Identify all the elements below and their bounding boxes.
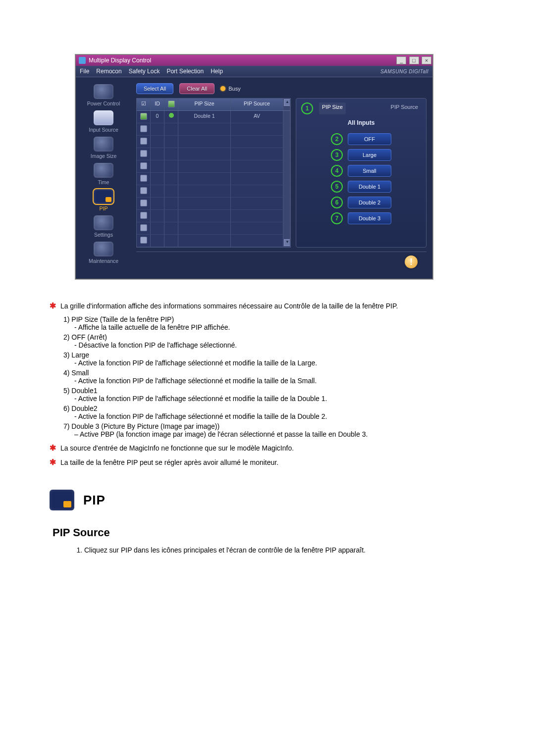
subsection-title: PIP Source <box>53 526 485 539</box>
item-desc: - Désactive la fonction PIP de l'afficha… <box>74 341 485 349</box>
option-off-button[interactable]: OFF <box>348 133 391 145</box>
row-checkbox[interactable] <box>140 224 147 231</box>
step-1: Cliquez sur PIP dans les icônes principa… <box>84 546 485 554</box>
minimize-button[interactable]: _ <box>396 56 406 64</box>
row-status-icon <box>169 113 174 118</box>
menu-remocon[interactable]: Remocon <box>96 68 121 75</box>
sidebar-item-time[interactable]: Time <box>80 163 127 185</box>
app-icon <box>79 57 86 64</box>
col-pip-source[interactable]: PIP Source <box>231 99 283 110</box>
table-row[interactable]: ▼ <box>137 235 290 247</box>
busy-dot-icon <box>220 86 225 91</box>
scroll-up-button[interactable]: ▲ <box>284 99 290 106</box>
scroll-down-button[interactable]: ▼ <box>284 239 290 246</box>
callout-5: 5 <box>331 181 343 193</box>
sidebar-item-pip[interactable]: PIP <box>80 189 127 211</box>
callout-3: 3 <box>331 149 343 161</box>
sidebar-item-power-control[interactable]: Power Control <box>80 84 127 106</box>
table-row[interactable] <box>137 185 290 198</box>
table-row[interactable] <box>137 210 290 222</box>
time-icon <box>94 163 113 178</box>
item-label: OFF (Arrêt) <box>71 333 107 341</box>
menu-file[interactable]: File <box>80 68 89 75</box>
item-num: 4) <box>63 369 69 377</box>
row-checkbox[interactable] <box>140 162 147 169</box>
sidebar-item-input-source[interactable]: Input Source <box>80 110 127 133</box>
tab-pip-size[interactable]: PIP Size <box>319 102 346 114</box>
section-title: PIP <box>83 493 106 508</box>
col-pip-size[interactable]: PIP Size <box>178 99 231 110</box>
note-1: La source d'entrée de MagicInfo ne fonct… <box>60 444 294 452</box>
row-checkbox[interactable] <box>140 175 147 182</box>
item-num: 3) <box>63 351 69 359</box>
maximize-button[interactable]: □ <box>409 56 419 64</box>
star-icon: ✱ <box>50 301 58 310</box>
menu-safety-lock[interactable]: Safety Lock <box>129 68 160 75</box>
table-row[interactable] <box>137 123 290 136</box>
item-desc: – Active PBP (la fonction image par imag… <box>74 430 485 438</box>
option-small-button[interactable]: Small <box>348 165 391 177</box>
close-button[interactable]: × <box>422 56 431 64</box>
item-num: 1) <box>63 315 69 323</box>
option-double3-button[interactable]: Double 3 <box>348 212 391 224</box>
table-row[interactable] <box>137 173 290 185</box>
intro-text: La grille d'information affiche des info… <box>60 302 398 310</box>
row-checkbox[interactable] <box>140 200 147 206</box>
callout-2: 2 <box>331 133 343 145</box>
option-large-button[interactable]: Large <box>348 149 391 161</box>
option-double1-button[interactable]: Double 1 <box>348 181 391 193</box>
col-chk[interactable]: ☑ <box>137 99 151 110</box>
row-checkbox[interactable] <box>140 113 147 120</box>
table-row[interactable] <box>137 222 290 235</box>
sidebar-item-label: Settings <box>94 232 113 238</box>
row-checkbox[interactable] <box>140 187 147 194</box>
menu-port-selection[interactable]: Port Selection <box>166 68 204 75</box>
sidebar-item-settings[interactable]: Settings <box>80 215 127 238</box>
item-num: 5) <box>63 387 69 395</box>
row-checkbox[interactable] <box>140 150 147 157</box>
row-checkbox[interactable] <box>140 125 147 132</box>
table-row[interactable] <box>137 148 290 160</box>
option-double2-button[interactable]: Double 2 <box>348 197 391 208</box>
mdc-window: Multiple Display Control _ □ × File Remo… <box>75 54 433 279</box>
menu-help[interactable]: Help <box>211 68 223 75</box>
busy-label: Busy <box>228 86 240 92</box>
sidebar-item-label: Image Size <box>91 153 117 159</box>
section-pip: PIP <box>50 490 485 510</box>
callout-1: 1 <box>301 102 313 114</box>
row-checkbox[interactable] <box>140 237 147 244</box>
grid-body: 0 Double 1 AV <box>137 111 290 247</box>
pip-icon <box>94 189 113 204</box>
item-label: Double1 <box>71 387 97 395</box>
row-checkbox[interactable] <box>140 212 147 219</box>
alert-icon[interactable]: ! <box>405 255 418 268</box>
main-area: Select All Clear All Busy ☑ ID <box>131 77 432 279</box>
panel-subtitle: All Inputs <box>301 119 421 126</box>
table-row[interactable] <box>137 198 290 210</box>
item-label: PIP Size (Taille de la fenêtre PIP) <box>71 315 174 323</box>
table-row[interactable] <box>137 136 290 148</box>
table-row[interactable]: 0 Double 1 AV <box>137 111 290 123</box>
col-status[interactable] <box>164 99 178 110</box>
select-all-button[interactable]: Select All <box>136 83 173 94</box>
sidebar: Power Control Input Source Image Size Ti… <box>76 77 131 279</box>
display-grid: ☑ ID PIP Size PIP Source ▲ <box>136 98 291 248</box>
document-body: ✱ La grille d'information affiche des in… <box>50 301 485 554</box>
sidebar-item-maintenance[interactable]: Maintenance <box>80 242 127 264</box>
clear-all-button[interactable]: Clear All <box>179 83 214 94</box>
pip-section-icon <box>50 490 74 510</box>
note-2: La taille de la fenêtre PIP peut se régl… <box>60 458 278 466</box>
sidebar-item-label: Input Source <box>89 127 118 133</box>
table-row[interactable] <box>137 160 290 173</box>
cell-pip-source: AV <box>231 111 283 123</box>
power-icon <box>94 84 113 99</box>
row-checkbox[interactable] <box>140 138 147 145</box>
sidebar-item-image-size[interactable]: Image Size <box>80 137 127 159</box>
settings-icon <box>94 215 113 230</box>
callout-4: 4 <box>331 165 343 177</box>
col-id[interactable]: ID <box>151 99 164 110</box>
tab-pip-source[interactable]: PIP Source <box>388 102 421 114</box>
window-titlebar[interactable]: Multiple Display Control _ □ × <box>76 55 432 66</box>
callout-7: 7 <box>331 212 343 224</box>
input-source-icon <box>94 110 113 125</box>
